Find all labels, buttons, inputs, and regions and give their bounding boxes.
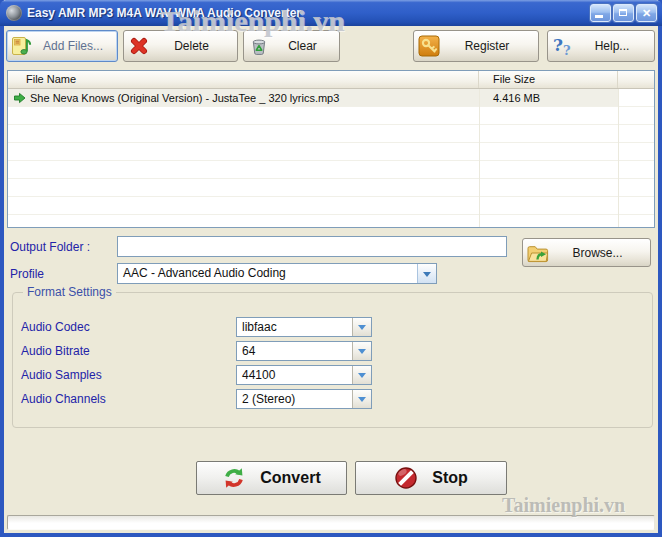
clear-label: Clear xyxy=(274,39,339,53)
svg-text:?: ? xyxy=(563,43,571,57)
output-folder-label: Output Folder : xyxy=(10,240,90,254)
convert-label: Convert xyxy=(260,469,320,487)
dropdown-arrow-button[interactable] xyxy=(352,390,371,408)
file-list-body: She Neva Knows (Original Version) - Just… xyxy=(8,89,654,227)
audio-codec-label: Audio Codec xyxy=(21,320,90,334)
file-row[interactable]: She Neva Knows (Original Version) - Just… xyxy=(8,89,618,106)
key-icon xyxy=(414,35,444,57)
convert-arrows-icon xyxy=(222,466,246,490)
folder-icon xyxy=(523,242,553,264)
audio-channels-label: Audio Channels xyxy=(21,392,106,406)
audio-codec-value: libfaac xyxy=(237,318,352,336)
profile-label: Profile xyxy=(10,267,44,281)
audio-channels-value: 2 (Stereo) xyxy=(237,390,352,408)
stop-label: Stop xyxy=(432,469,468,487)
delete-button[interactable]: Delete xyxy=(123,30,238,62)
dropdown-arrow-button[interactable] xyxy=(417,264,436,283)
progress-bar xyxy=(7,515,655,530)
output-folder-input[interactable] xyxy=(117,236,507,257)
red-x-icon xyxy=(124,36,154,56)
chevron-down-icon xyxy=(358,397,366,406)
audio-samples-value: 44100 xyxy=(237,366,352,384)
register-label: Register xyxy=(444,39,538,53)
file-list-header: File Name File Size xyxy=(8,71,654,89)
column-header-file-name[interactable]: File Name xyxy=(8,71,479,88)
audio-bitrate-dropdown[interactable]: 64 xyxy=(236,341,372,361)
chevron-down-icon xyxy=(358,373,366,382)
music-note-file-icon xyxy=(7,36,37,57)
file-list: File Name File Size She Neva Knows (Orig… xyxy=(7,70,655,228)
audio-codec-dropdown[interactable]: libfaac xyxy=(236,317,372,337)
audio-samples-dropdown[interactable]: 44100 xyxy=(236,365,372,385)
column-divider xyxy=(618,89,619,227)
maximize-icon xyxy=(619,9,627,16)
title-bar: Easy AMR MP3 M4A WAV WMA Audio Converter… xyxy=(0,0,662,26)
audio-bitrate-label: Audio Bitrate xyxy=(21,344,90,358)
convert-button[interactable]: Convert xyxy=(196,461,347,495)
clear-button[interactable]: Clear xyxy=(243,30,340,62)
help-button[interactable]: ? ? Help... xyxy=(547,30,655,62)
question-mark-icon: ? ? xyxy=(548,35,578,57)
chevron-down-icon xyxy=(423,272,431,281)
column-divider xyxy=(479,89,480,227)
close-icon: ✕ xyxy=(637,6,656,21)
audio-channels-dropdown[interactable]: 2 (Stereo) xyxy=(236,389,372,409)
browse-button[interactable]: Browse... xyxy=(522,238,651,267)
help-label: Help... xyxy=(578,39,654,53)
minimize-icon xyxy=(595,15,603,18)
file-name: She Neva Knows (Original Version) - Just… xyxy=(30,92,339,104)
add-files-button[interactable]: Add Files... xyxy=(6,30,118,62)
chevron-down-icon xyxy=(358,325,366,334)
trash-bin-icon xyxy=(244,36,274,56)
file-size: 4.416 MB xyxy=(493,92,540,104)
maximize-button[interactable] xyxy=(613,4,634,22)
format-settings-title: Format Settings xyxy=(23,285,116,299)
dropdown-arrow-button[interactable] xyxy=(352,318,371,336)
delete-label: Delete xyxy=(154,39,237,53)
stop-sign-icon xyxy=(394,466,418,490)
close-button[interactable]: ✕ xyxy=(636,4,657,22)
profile-dropdown[interactable]: AAC - Advanced Audio Coding xyxy=(117,263,437,284)
svg-text:?: ? xyxy=(553,35,563,55)
minimize-button[interactable] xyxy=(590,4,611,22)
window-title: Easy AMR MP3 M4A WAV WMA Audio Converter xyxy=(27,0,301,26)
audio-samples-label: Audio Samples xyxy=(21,368,102,382)
add-files-label: Add Files... xyxy=(37,39,117,53)
browse-label: Browse... xyxy=(553,246,650,260)
green-arrow-icon xyxy=(13,92,26,104)
column-header-file-size[interactable]: File Size xyxy=(479,71,618,88)
column-header-empty xyxy=(618,71,654,88)
dropdown-arrow-button[interactable] xyxy=(352,366,371,384)
dropdown-arrow-button[interactable] xyxy=(352,342,371,360)
profile-value: AAC - Advanced Audio Coding xyxy=(118,264,417,283)
format-settings-group: Format Settings Audio Codec libfaac Audi… xyxy=(12,292,653,428)
audio-bitrate-value: 64 xyxy=(237,342,352,360)
chevron-down-icon xyxy=(358,349,366,358)
stop-button[interactable]: Stop xyxy=(355,461,507,495)
app-speaker-icon xyxy=(6,5,22,21)
register-button[interactable]: Register xyxy=(413,30,539,62)
